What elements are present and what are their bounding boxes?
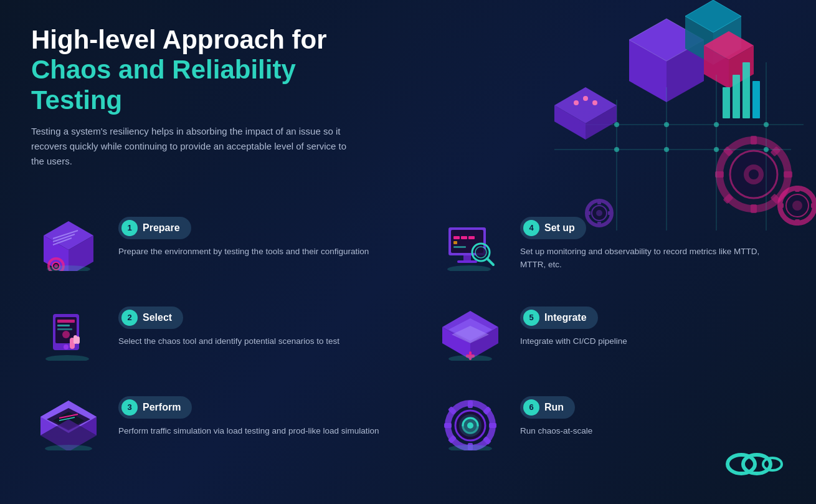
step-badge-1: 1Prepare: [118, 217, 191, 239]
svg-rect-81: [463, 255, 471, 260]
step-badge-2: 2Select: [118, 307, 183, 329]
step-item-4: 4Set upSet up monitoring and observabili…: [408, 200, 785, 290]
svg-point-83: [447, 265, 491, 271]
step-badge-5: 5Integrate: [520, 307, 598, 329]
step-item-1: 1PreparePrepare the environment by testi…: [31, 200, 408, 290]
step-icon-run: [433, 393, 508, 455]
step-number-5: 5: [523, 310, 539, 326]
step-text-1: 1PreparePrepare the environment by testi…: [118, 214, 389, 259]
title-line1: High-level Approach for: [31, 25, 392, 55]
step-title-3: Perform: [143, 402, 181, 413]
svg-point-102: [448, 355, 492, 361]
step-title-4: Set up: [544, 222, 575, 234]
step-badge-3: 3Perform: [118, 396, 192, 419]
step-title-6: Run: [544, 402, 564, 413]
step-number-4: 4: [523, 220, 539, 236]
main-content: High-level Approach for Chaos and Reliab…: [0, 0, 816, 494]
step-icon-prepare: [31, 214, 106, 276]
svg-rect-77: [453, 246, 466, 248]
step-text-4: 4Set upSet up monitoring and observabili…: [520, 214, 766, 272]
step-icon-select: [31, 303, 106, 366]
title-line2: Chaos and Reliability Testing: [31, 55, 392, 115]
step-text-5: 5IntegrateIntegrate with CI/CD pipeline: [520, 303, 766, 348]
step-title-2: Select: [143, 312, 172, 323]
step-item-2: 2SelectSelect the chaos tool and identif…: [31, 290, 408, 379]
svg-point-111: [45, 445, 92, 450]
svg-rect-74: [461, 236, 467, 239]
svg-rect-87: [57, 325, 70, 326]
svg-point-89: [62, 331, 70, 338]
step-desc-5: Integrate with CI/CD pipeline: [520, 335, 766, 348]
svg-rect-117: [489, 423, 496, 428]
step-badge-4: 4Set up: [520, 217, 586, 239]
svg-line-80: [487, 259, 493, 265]
svg-rect-82: [457, 260, 477, 263]
step-item-3: 3PerformPerform traffic simulation via l…: [31, 379, 408, 469]
svg-point-124: [467, 422, 473, 429]
svg-rect-86: [57, 320, 75, 323]
svg-rect-76: [453, 241, 457, 244]
step-badge-6: 6Run: [520, 396, 575, 419]
step-desc-3: Perform traffic simulation via load test…: [118, 425, 389, 438]
step-icon-integrate: [433, 303, 508, 366]
step-desc-1: Prepare the environment by testing the t…: [118, 245, 389, 259]
step-number-2: 2: [121, 310, 138, 326]
step-text-6: 6RunRun chaos-at-scale: [520, 393, 766, 438]
step-item-5: 5IntegrateIntegrate with CI/CD pipeline: [408, 290, 785, 379]
svg-point-90: [64, 345, 69, 349]
step-number-6: 6: [523, 399, 539, 416]
step-title-1: Prepare: [143, 222, 180, 234]
svg-rect-75: [468, 236, 475, 239]
step-text-2: 2SelectSelect the chaos tool and identif…: [118, 303, 389, 348]
svg-point-79: [475, 247, 486, 258]
step-text-3: 3PerformPerform traffic simulation via l…: [118, 393, 389, 438]
step-desc-4: Set up monitoring and observability to r…: [520, 245, 766, 272]
step-title-5: Integrate: [544, 312, 587, 323]
subtitle: Testing a system's resiliency helps in a…: [31, 124, 355, 169]
step-desc-6: Run chaos-at-scale: [520, 425, 766, 438]
svg-rect-116: [444, 423, 452, 428]
logo-bottom: [723, 445, 785, 485]
svg-rect-73: [453, 236, 460, 239]
step-icon-perform: [31, 393, 106, 455]
step-desc-2: Select the chaos tool and identify poten…: [118, 335, 389, 348]
svg-rect-114: [468, 401, 473, 408]
steps-grid: 1PreparePrepare the environment by testi…: [31, 200, 785, 469]
svg-point-94: [45, 355, 89, 361]
step-icon-setup: [433, 214, 508, 276]
svg-rect-88: [57, 328, 72, 330]
svg-rect-93: [76, 336, 80, 344]
step-number-1: 1: [121, 220, 138, 236]
step-number-3: 3: [121, 399, 138, 416]
header-section: High-level Approach for Chaos and Reliab…: [31, 25, 392, 169]
